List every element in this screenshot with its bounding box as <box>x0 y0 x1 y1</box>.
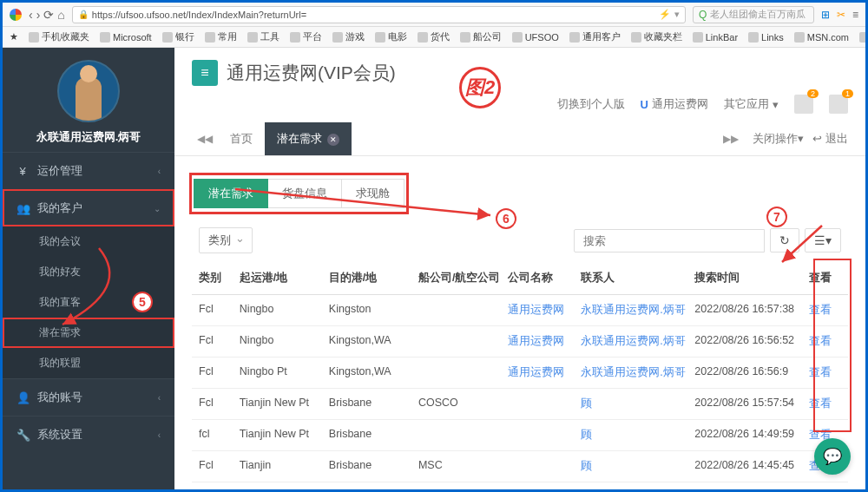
cell-contact-link[interactable]: 永联通用运费网.炳哥 <box>581 334 694 349</box>
cell-origin: Tianjin New Pt <box>240 428 329 443</box>
browser-right-icons: ⊞ ✂ ≡ <box>821 9 858 21</box>
cell-contact-link[interactable]: 顾 <box>581 459 694 474</box>
refresh-button[interactable]: ↻ <box>770 228 799 253</box>
search-input[interactable] <box>574 229 765 253</box>
bookmark-item[interactable]: 银行 <box>162 30 194 43</box>
notification-badge-2[interactable] <box>829 95 848 114</box>
tab-prev-icon[interactable]: ◀◀ <box>192 133 218 145</box>
sidebar-item-customers[interactable]: 👥我的客户 ⌄ <box>3 189 174 226</box>
url-input[interactable]: 🔒 https://ufsoo.ufsoo.net/Index/IndexMai… <box>72 6 686 23</box>
bookmark-item[interactable]: 游戏 <box>332 30 365 43</box>
subtab-potential-demand[interactable]: 潜在需求 <box>194 179 268 208</box>
home-button[interactable]: ⌂ <box>57 8 64 22</box>
sidebar-item-settings[interactable]: 🔧系统设置 ‹ <box>3 416 174 453</box>
cell-company-link[interactable] <box>508 397 581 411</box>
avatar[interactable] <box>57 60 120 122</box>
cell-view-link[interactable]: 查看 <box>809 365 841 380</box>
bookmark-item[interactable]: 电影 <box>375 30 407 43</box>
bookmark-item[interactable]: MSN.com <box>794 32 849 43</box>
bookmark-item[interactable]: 平台 <box>290 30 322 43</box>
cell-type: Fcl <box>199 303 240 318</box>
bookmark-item[interactable]: Links <box>748 32 784 43</box>
bookmark-item[interactable]: UFSOO <box>512 32 559 43</box>
bookmark-item[interactable]: 收藏夹栏 <box>631 30 682 43</box>
submenu-friends[interactable]: 我的好友 <box>3 257 174 287</box>
cell-origin: Ningbo Pt <box>240 365 329 380</box>
menu-toggle-icon[interactable]: ≡ <box>192 60 218 86</box>
cell-view-link[interactable]: 查看 <box>809 303 841 318</box>
profile-name: 永联通用运费网.炳哥 <box>3 129 174 145</box>
browser-search[interactable]: Q 老人组团偷走百万南瓜 <box>693 6 814 23</box>
submenu-meetings[interactable]: 我的会议 <box>3 226 174 257</box>
bookmark-item[interactable]: 通用客户 <box>569 30 621 43</box>
subtab-cargo-info[interactable]: 货盘信息 <box>268 179 342 208</box>
reload-button[interactable]: ⟳ <box>43 8 54 22</box>
list-options-button[interactable]: ☰▾ <box>805 228 841 253</box>
speed-icon: ⚡ <box>659 9 671 20</box>
bookmark-item[interactable]: 船公司 <box>460 30 502 43</box>
close-tab-icon[interactable]: ✕ <box>327 134 339 146</box>
cell-dest: Brisbane <box>329 428 418 443</box>
results-table: 类别 起运港/地 目的港/地 船公司/航空公司 公司名称 联系人 搜索时间 查看… <box>192 262 848 482</box>
cell-view-link[interactable]: 查看 <box>809 334 841 349</box>
chat-fab[interactable]: 💬 <box>814 438 851 475</box>
notification-badge-1[interactable] <box>794 95 813 114</box>
submenu-potential-demand[interactable]: 潜在需求 <box>3 318 174 348</box>
table-row: FclNingboKingston通用运费网永联通用运费网.炳哥2022/08/… <box>192 295 848 326</box>
col-view: 查看 <box>809 271 841 285</box>
submenu-direct[interactable]: 我的直客 <box>3 287 174 318</box>
sidebar-item-account[interactable]: 👤我的账号 ‹ <box>3 378 174 416</box>
extensions-icon[interactable]: ✂ <box>837 9 845 21</box>
sidebar: 永联通用运费网.炳哥 ¥运价管理 ‹ 👥我的客户 ⌄ 我的会议 我的好友 我的直… <box>3 48 174 489</box>
col-company: 公司名称 <box>508 271 581 285</box>
cell-contact-link[interactable]: 顾 <box>581 397 694 411</box>
wrench-icon: 🔧 <box>16 429 29 442</box>
other-apps-link[interactable]: 其它应用 ▾ <box>724 96 779 112</box>
table-header: 类别 起运港/地 目的港/地 船公司/航空公司 公司名称 联系人 搜索时间 查看 <box>192 262 848 295</box>
bookmark-bar: ★ 手机收藏夹 Microsoft 银行 常用 工具 平台 游戏 电影 货代 船… <box>3 27 865 48</box>
col-time: 搜索时间 <box>694 271 808 285</box>
bookmark-item[interactable]: 手机收藏夹 <box>29 30 89 43</box>
brand: ≡ 通用运费网(VIP会员) <box>192 60 396 86</box>
switch-personal-link[interactable]: 切换到个人版 <box>557 96 625 112</box>
cell-company-link[interactable]: 通用运费网 <box>508 303 581 318</box>
cell-time: 2022/08/26 16:56:9 <box>694 365 808 380</box>
cell-company-link[interactable]: 通用运费网 <box>508 365 581 380</box>
category-select[interactable]: 类别 <box>199 227 253 253</box>
annotation-6: 6 <box>496 208 516 229</box>
subtab-space-request[interactable]: 求现舱 <box>342 179 404 208</box>
tab-home[interactable]: 首页 <box>218 122 265 155</box>
cell-company-link[interactable] <box>508 459 581 474</box>
browser-nav-controls: ‹ › ⟳ ⌂ <box>29 8 65 22</box>
bookmark-item[interactable]: Microsoft <box>100 32 152 43</box>
dropdown-icon[interactable]: ▾ <box>674 9 680 20</box>
tab-next-icon[interactable]: ▶▶ <box>718 133 744 145</box>
cell-contact-link[interactable]: 永联通用运费网.炳哥 <box>581 303 694 318</box>
sidebar-item-pricing[interactable]: ¥运价管理 ‹ <box>3 152 174 189</box>
cell-company-link[interactable]: 通用运费网 <box>508 334 581 349</box>
cell-company-link[interactable] <box>508 428 581 443</box>
close-ops-link[interactable]: 关闭操作▾ <box>753 131 804 147</box>
back-button[interactable]: ‹ <box>29 8 33 22</box>
submenu-alliance[interactable]: 我的联盟 <box>3 348 174 378</box>
bookmark-item[interactable]: Google 翻 <box>859 30 865 43</box>
cell-contact-link[interactable]: 顾 <box>581 428 694 443</box>
cell-contact-link[interactable]: 永联通用运费网.炳哥 <box>581 365 694 380</box>
toolbar: 类别 ↻ ☰▾ <box>192 227 848 253</box>
cell-view-link[interactable]: 查看 <box>809 397 841 411</box>
col-type: 类别 <box>199 271 240 285</box>
bookmark-item[interactable]: LinkBar <box>693 32 738 43</box>
cell-carrier <box>418 303 508 318</box>
ufsoo-link[interactable]: U通用运费网 <box>641 96 708 112</box>
bookmark-item[interactable]: 工具 <box>247 30 279 43</box>
col-dest: 目的港/地 <box>329 271 418 285</box>
menu-icon[interactable]: ≡ <box>852 9 858 21</box>
tab-potential-demand[interactable]: 潜在需求✕ <box>265 122 352 155</box>
logout-link[interactable]: ↩ 退出 <box>812 131 848 147</box>
users-icon: 👥 <box>16 202 29 215</box>
forward-button[interactable]: › <box>36 8 41 22</box>
bookmark-item[interactable]: 常用 <box>205 30 237 43</box>
ms-apps-icon[interactable]: ⊞ <box>821 9 830 21</box>
bookmark-star-icon[interactable]: ★ <box>10 31 18 43</box>
bookmark-item[interactable]: 货代 <box>418 30 450 43</box>
